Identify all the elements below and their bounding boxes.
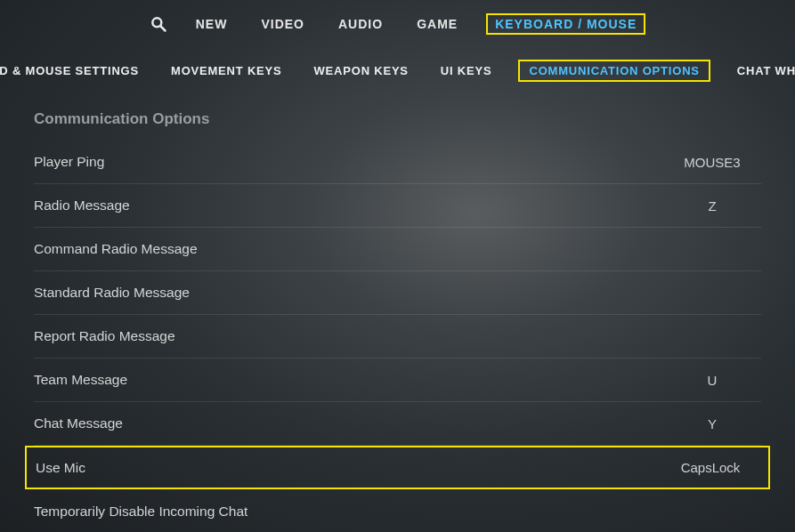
binding-label: Report Radio Message: [34, 328, 175, 344]
subnav-ui-keys[interactable]: UI KEYS: [435, 61, 498, 80]
svg-line-1: [160, 26, 165, 30]
binding-team-message[interactable]: Team Message U: [34, 359, 761, 402]
section-title: Communication Options: [34, 110, 761, 128]
binding-label: Radio Message: [34, 197, 130, 214]
binding-standard-radio-message[interactable]: Standard Radio Message: [34, 271, 761, 315]
binding-temporarily-disable-incoming-chat[interactable]: Temporarily Disable Incoming Chat: [34, 489, 761, 532]
topnav-video[interactable]: VIDEO: [256, 14, 310, 34]
subnav-weapon-keys[interactable]: WEAPON KEYS: [309, 61, 414, 80]
binding-label: Team Message: [34, 372, 127, 388]
subnav-movement-keys[interactable]: MOVEMENT KEYS: [166, 61, 288, 80]
binding-label: Chat Message: [34, 415, 123, 431]
binding-value: MOUSE3: [663, 155, 761, 170]
binding-label: Player Ping: [34, 154, 104, 170]
search-icon[interactable]: [150, 15, 167, 33]
binding-command-radio-message[interactable]: Command Radio Message: [34, 228, 761, 271]
binding-value: Y: [663, 416, 761, 431]
topnav-keyboard-mouse[interactable]: KEYBOARD / MOUSE: [486, 13, 645, 35]
binding-label: Temporarily Disable Incoming Chat: [34, 504, 247, 520]
binding-label: Standard Radio Message: [34, 285, 190, 301]
binding-use-mic[interactable]: Use Mic CapsLock: [25, 446, 770, 489]
topnav-game[interactable]: GAME: [411, 14, 463, 34]
binding-radio-message[interactable]: Radio Message Z: [34, 184, 761, 228]
top-nav: NEW VIDEO AUDIO GAME KEYBOARD / MOUSE: [0, 0, 795, 37]
binding-chat-message[interactable]: Chat Message Y: [34, 402, 761, 446]
binding-value: CapsLock: [661, 460, 759, 475]
binding-value: U: [663, 373, 761, 388]
topnav-audio[interactable]: AUDIO: [333, 14, 388, 34]
binding-label: Use Mic: [36, 460, 85, 476]
topnav-new[interactable]: NEW: [191, 14, 233, 34]
settings-content: Communication Options Player Ping MOUSE3…: [0, 85, 795, 532]
subnav-keyboard-mouse-settings[interactable]: KEYBOARD & MOUSE SETTINGS: [0, 61, 144, 80]
binding-label: Command Radio Message: [34, 241, 198, 257]
subnav-communication-options[interactable]: COMMUNICATION OPTIONS: [518, 60, 710, 82]
sub-nav: KEYBOARD & MOUSE SETTINGS MOVEMENT KEYS …: [0, 55, 795, 85]
binding-value: Z: [663, 198, 761, 214]
binding-player-ping[interactable]: Player Ping MOUSE3: [34, 141, 761, 184]
subnav-chat-wheel-keys[interactable]: CHAT WHEEL KEYS: [732, 61, 795, 80]
binding-report-radio-message[interactable]: Report Radio Message: [34, 315, 761, 359]
